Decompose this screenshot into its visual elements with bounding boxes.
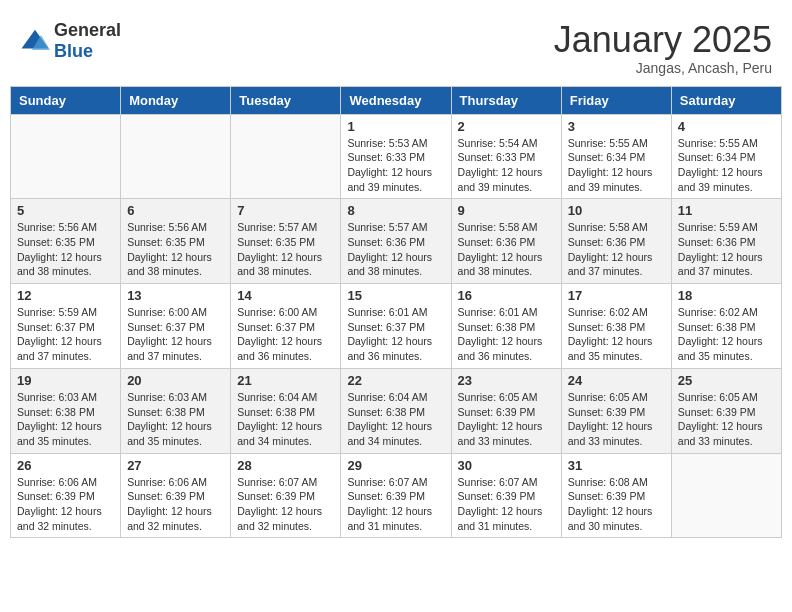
day-info: Sunrise: 6:00 AMSunset: 6:37 PMDaylight:…	[127, 305, 224, 364]
table-row: 4Sunrise: 5:55 AMSunset: 6:34 PMDaylight…	[671, 114, 781, 199]
day-number: 1	[347, 119, 444, 134]
table-row: 5Sunrise: 5:56 AMSunset: 6:35 PMDaylight…	[11, 199, 121, 284]
title-area: January 2025 Jangas, Ancash, Peru	[554, 20, 772, 76]
calendar-table: Sunday Monday Tuesday Wednesday Thursday…	[10, 86, 782, 539]
day-info: Sunrise: 6:01 AMSunset: 6:37 PMDaylight:…	[347, 305, 444, 364]
day-number: 24	[568, 373, 665, 388]
day-info: Sunrise: 6:05 AMSunset: 6:39 PMDaylight:…	[458, 390, 555, 449]
header-saturday: Saturday	[671, 86, 781, 114]
day-info: Sunrise: 5:56 AMSunset: 6:35 PMDaylight:…	[127, 220, 224, 279]
day-number: 26	[17, 458, 114, 473]
calendar-week-row: 5Sunrise: 5:56 AMSunset: 6:35 PMDaylight…	[11, 199, 782, 284]
day-info: Sunrise: 5:55 AMSunset: 6:34 PMDaylight:…	[678, 136, 775, 195]
day-number: 16	[458, 288, 555, 303]
table-row	[671, 453, 781, 538]
table-row: 11Sunrise: 5:59 AMSunset: 6:36 PMDayligh…	[671, 199, 781, 284]
day-number: 13	[127, 288, 224, 303]
header-friday: Friday	[561, 86, 671, 114]
day-number: 5	[17, 203, 114, 218]
table-row: 28Sunrise: 6:07 AMSunset: 6:39 PMDayligh…	[231, 453, 341, 538]
day-info: Sunrise: 6:01 AMSunset: 6:38 PMDaylight:…	[458, 305, 555, 364]
day-number: 22	[347, 373, 444, 388]
day-info: Sunrise: 6:02 AMSunset: 6:38 PMDaylight:…	[678, 305, 775, 364]
table-row: 14Sunrise: 6:00 AMSunset: 6:37 PMDayligh…	[231, 284, 341, 369]
location-subtitle: Jangas, Ancash, Peru	[554, 60, 772, 76]
header-thursday: Thursday	[451, 86, 561, 114]
table-row: 16Sunrise: 6:01 AMSunset: 6:38 PMDayligh…	[451, 284, 561, 369]
day-info: Sunrise: 6:06 AMSunset: 6:39 PMDaylight:…	[17, 475, 114, 534]
table-row: 12Sunrise: 5:59 AMSunset: 6:37 PMDayligh…	[11, 284, 121, 369]
table-row: 6Sunrise: 5:56 AMSunset: 6:35 PMDaylight…	[121, 199, 231, 284]
table-row: 17Sunrise: 6:02 AMSunset: 6:38 PMDayligh…	[561, 284, 671, 369]
day-number: 12	[17, 288, 114, 303]
table-row: 2Sunrise: 5:54 AMSunset: 6:33 PMDaylight…	[451, 114, 561, 199]
day-number: 19	[17, 373, 114, 388]
day-number: 14	[237, 288, 334, 303]
calendar-header-row: Sunday Monday Tuesday Wednesday Thursday…	[11, 86, 782, 114]
day-info: Sunrise: 5:58 AMSunset: 6:36 PMDaylight:…	[568, 220, 665, 279]
day-info: Sunrise: 6:03 AMSunset: 6:38 PMDaylight:…	[127, 390, 224, 449]
table-row: 26Sunrise: 6:06 AMSunset: 6:39 PMDayligh…	[11, 453, 121, 538]
day-info: Sunrise: 5:58 AMSunset: 6:36 PMDaylight:…	[458, 220, 555, 279]
day-info: Sunrise: 5:57 AMSunset: 6:36 PMDaylight:…	[347, 220, 444, 279]
table-row: 27Sunrise: 6:06 AMSunset: 6:39 PMDayligh…	[121, 453, 231, 538]
page-header: General Blue January 2025 Jangas, Ancash…	[10, 10, 782, 81]
day-info: Sunrise: 5:54 AMSunset: 6:33 PMDaylight:…	[458, 136, 555, 195]
day-number: 25	[678, 373, 775, 388]
day-info: Sunrise: 5:56 AMSunset: 6:35 PMDaylight:…	[17, 220, 114, 279]
day-number: 9	[458, 203, 555, 218]
header-tuesday: Tuesday	[231, 86, 341, 114]
logo-text: General Blue	[54, 20, 121, 62]
table-row: 3Sunrise: 5:55 AMSunset: 6:34 PMDaylight…	[561, 114, 671, 199]
logo-icon	[20, 26, 50, 56]
calendar-week-row: 12Sunrise: 5:59 AMSunset: 6:37 PMDayligh…	[11, 284, 782, 369]
calendar-week-row: 1Sunrise: 5:53 AMSunset: 6:33 PMDaylight…	[11, 114, 782, 199]
day-info: Sunrise: 6:07 AMSunset: 6:39 PMDaylight:…	[237, 475, 334, 534]
table-row: 13Sunrise: 6:00 AMSunset: 6:37 PMDayligh…	[121, 284, 231, 369]
day-number: 3	[568, 119, 665, 134]
calendar-week-row: 26Sunrise: 6:06 AMSunset: 6:39 PMDayligh…	[11, 453, 782, 538]
day-number: 29	[347, 458, 444, 473]
day-info: Sunrise: 6:06 AMSunset: 6:39 PMDaylight:…	[127, 475, 224, 534]
table-row: 24Sunrise: 6:05 AMSunset: 6:39 PMDayligh…	[561, 368, 671, 453]
table-row: 15Sunrise: 6:01 AMSunset: 6:37 PMDayligh…	[341, 284, 451, 369]
table-row: 29Sunrise: 6:07 AMSunset: 6:39 PMDayligh…	[341, 453, 451, 538]
day-info: Sunrise: 6:05 AMSunset: 6:39 PMDaylight:…	[678, 390, 775, 449]
header-wednesday: Wednesday	[341, 86, 451, 114]
table-row: 21Sunrise: 6:04 AMSunset: 6:38 PMDayligh…	[231, 368, 341, 453]
day-number: 15	[347, 288, 444, 303]
table-row: 18Sunrise: 6:02 AMSunset: 6:38 PMDayligh…	[671, 284, 781, 369]
day-number: 31	[568, 458, 665, 473]
day-number: 23	[458, 373, 555, 388]
day-info: Sunrise: 6:02 AMSunset: 6:38 PMDaylight:…	[568, 305, 665, 364]
header-sunday: Sunday	[11, 86, 121, 114]
table-row: 10Sunrise: 5:58 AMSunset: 6:36 PMDayligh…	[561, 199, 671, 284]
day-number: 17	[568, 288, 665, 303]
day-number: 18	[678, 288, 775, 303]
day-number: 6	[127, 203, 224, 218]
table-row: 7Sunrise: 5:57 AMSunset: 6:35 PMDaylight…	[231, 199, 341, 284]
day-number: 21	[237, 373, 334, 388]
day-number: 10	[568, 203, 665, 218]
table-row: 23Sunrise: 6:05 AMSunset: 6:39 PMDayligh…	[451, 368, 561, 453]
day-info: Sunrise: 6:00 AMSunset: 6:37 PMDaylight:…	[237, 305, 334, 364]
table-row: 31Sunrise: 6:08 AMSunset: 6:39 PMDayligh…	[561, 453, 671, 538]
day-number: 4	[678, 119, 775, 134]
day-number: 8	[347, 203, 444, 218]
table-row	[231, 114, 341, 199]
table-row: 30Sunrise: 6:07 AMSunset: 6:39 PMDayligh…	[451, 453, 561, 538]
month-title: January 2025	[554, 20, 772, 60]
table-row: 20Sunrise: 6:03 AMSunset: 6:38 PMDayligh…	[121, 368, 231, 453]
day-info: Sunrise: 6:04 AMSunset: 6:38 PMDaylight:…	[237, 390, 334, 449]
day-number: 2	[458, 119, 555, 134]
table-row: 8Sunrise: 5:57 AMSunset: 6:36 PMDaylight…	[341, 199, 451, 284]
calendar-week-row: 19Sunrise: 6:03 AMSunset: 6:38 PMDayligh…	[11, 368, 782, 453]
table-row	[11, 114, 121, 199]
logo: General Blue	[20, 20, 121, 62]
day-number: 7	[237, 203, 334, 218]
day-info: Sunrise: 5:59 AMSunset: 6:36 PMDaylight:…	[678, 220, 775, 279]
day-info: Sunrise: 6:08 AMSunset: 6:39 PMDaylight:…	[568, 475, 665, 534]
day-info: Sunrise: 6:04 AMSunset: 6:38 PMDaylight:…	[347, 390, 444, 449]
day-info: Sunrise: 6:07 AMSunset: 6:39 PMDaylight:…	[347, 475, 444, 534]
day-number: 28	[237, 458, 334, 473]
